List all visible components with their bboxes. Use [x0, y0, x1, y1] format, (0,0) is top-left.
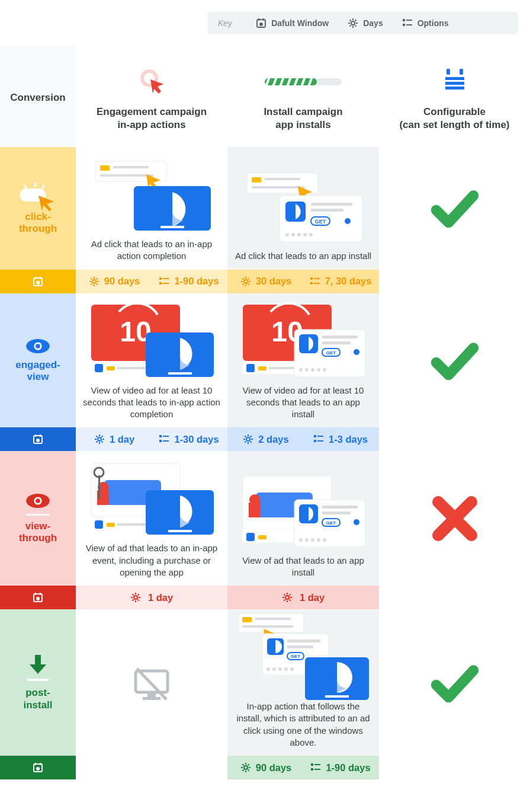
svg-rect-109: [143, 697, 160, 700]
svg-point-122: [272, 667, 276, 671]
gear-icon: [348, 18, 358, 28]
list-icon: [310, 276, 320, 287]
svg-rect-111: [239, 613, 304, 632]
header-install: Install campaign app installs: [227, 46, 379, 147]
svg-rect-25: [445, 82, 464, 85]
svg-point-73: [311, 368, 314, 372]
svg-point-70: [354, 349, 359, 355]
cell-engaged-view-install: 10 GET View of video ad for at least 10 …: [227, 293, 379, 428]
calendar-icon: [33, 592, 43, 603]
bar-view-through-install: 1 day: [227, 586, 379, 609]
cell-post-install-configurable: [379, 609, 530, 756]
svg-rect-29: [100, 165, 110, 171]
svg-rect-87: [168, 530, 192, 532]
row-label-view-through: view- through: [0, 451, 76, 586]
svg-rect-97: [322, 506, 358, 509]
bar-post-install-empty: [379, 756, 530, 779]
svg-rect-57: [168, 372, 192, 375]
svg-point-121: [266, 667, 270, 671]
bar-post-install-engagement-empty: [76, 756, 227, 779]
svg-rect-98: [322, 512, 351, 514]
click-button-icon: [17, 181, 59, 211]
svg-rect-114: [242, 625, 293, 628]
header-configurable: Configurable (can set length of time): [379, 46, 530, 147]
svg-rect-24: [445, 77, 464, 80]
cell-click-through-engagement: Ad click that leads to an in-app action …: [76, 147, 227, 270]
svg-point-91: [249, 494, 260, 505]
svg-rect-93: [246, 533, 255, 541]
svg-rect-40: [311, 203, 352, 206]
calendar-icon: [33, 276, 43, 287]
svg-point-49: [309, 233, 313, 236]
bar-post-install-install: 90 days 1-90 days: [227, 756, 379, 779]
svg-rect-86: [146, 490, 214, 535]
svg-rect-30: [113, 166, 149, 168]
svg-rect-22: [447, 69, 450, 75]
gear-icon: [94, 434, 105, 445]
cell-engaged-view-configurable: [379, 293, 530, 428]
svg-point-125: [290, 667, 294, 671]
svg-point-123: [278, 667, 282, 671]
svg-rect-54: [107, 366, 115, 370]
eye-icon: [25, 493, 51, 509]
svg-text:GET: GET: [315, 219, 326, 225]
svg-rect-41: [311, 209, 343, 212]
calendar-icon: [33, 434, 43, 445]
svg-rect-94: [258, 535, 266, 539]
legend-default-window: Dafult Window: [256, 18, 329, 28]
gear-icon: [240, 762, 251, 773]
svg-rect-113: [255, 618, 291, 620]
svg-point-104: [311, 538, 314, 542]
video-10s-to-app-illustration: 10: [83, 303, 220, 380]
cell-view-through-configurable: [379, 451, 530, 586]
calendar-icon: [256, 18, 266, 28]
svg-rect-117: [287, 640, 320, 642]
ad-view-to-app-illustration: [83, 461, 220, 538]
row-label-click-through: click- through: [0, 147, 76, 270]
download-icon: [26, 654, 50, 677]
video-10s-to-install-illustration: 10 GET: [235, 303, 372, 380]
svg-rect-118: [287, 645, 313, 648]
legend-days: Days: [348, 18, 383, 28]
list-icon: [159, 434, 169, 445]
svg-rect-84: [107, 523, 115, 527]
header-engagement: Engagement campaign in-app actions: [76, 46, 227, 147]
svg-rect-61: [246, 364, 255, 372]
bar-view-through-engagement: 1 day: [76, 586, 227, 609]
svg-point-124: [284, 667, 288, 671]
svg-rect-108: [147, 692, 156, 697]
bar-label-click-through: [0, 270, 76, 293]
svg-text:GET: GET: [291, 654, 301, 659]
svg-rect-26: [445, 87, 464, 89]
svg-rect-37: [252, 186, 305, 188]
legend-key: Key: [218, 18, 232, 28]
gear-icon: [243, 434, 253, 445]
row-label-post-install: post- install: [0, 609, 76, 756]
svg-rect-33: [160, 226, 184, 228]
svg-rect-66: [322, 335, 358, 338]
svg-point-103: [305, 538, 309, 542]
bar-engaged-view-empty: [379, 427, 530, 451]
ad-click-to-install-illustration: GET: [235, 168, 372, 245]
svg-point-48: [303, 233, 307, 236]
gear-icon: [240, 276, 251, 287]
svg-point-75: [323, 368, 326, 372]
cell-post-install-install: GET In-app action that follows the insta…: [227, 609, 379, 756]
no-monitor-icon: [131, 666, 172, 702]
svg-point-102: [299, 538, 303, 542]
bar-click-through-engagement: 90 days 1-90 days: [76, 270, 227, 293]
bar-label-view-through: [0, 586, 76, 609]
svg-rect-23: [460, 69, 463, 75]
cell-engaged-view-engagement: 10 View of video ad for at least 10 seco…: [76, 293, 227, 428]
legend-bar: Key Dafult Window Days Options: [207, 12, 518, 34]
ad-click-to-app-illustration: [83, 156, 220, 234]
progress-bar-icon: [233, 64, 373, 100]
list-icon: [159, 276, 169, 287]
svg-rect-127: [325, 695, 349, 698]
svg-rect-36: [265, 178, 300, 180]
svg-point-72: [305, 368, 309, 372]
svg-point-44: [345, 218, 351, 224]
svg-rect-62: [258, 366, 266, 370]
svg-point-105: [317, 538, 320, 542]
bar-engaged-view-install: 2 days 1-3 days: [227, 427, 379, 451]
